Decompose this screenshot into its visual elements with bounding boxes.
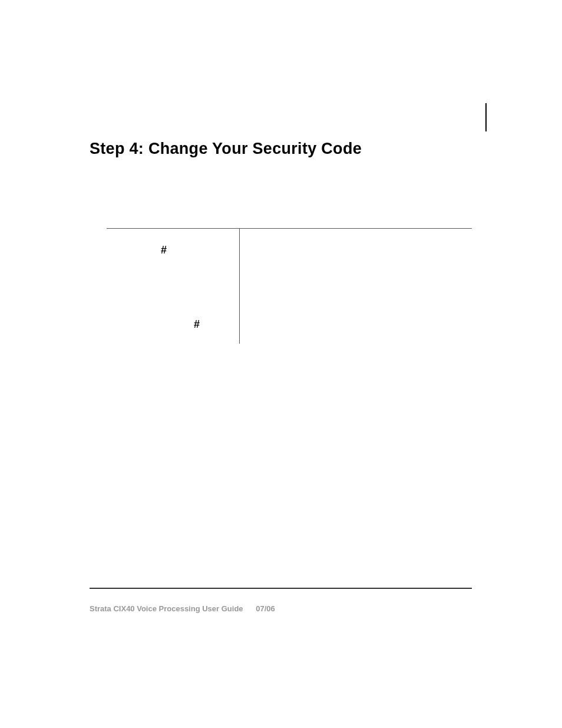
table-row: # # xyxy=(107,229,472,344)
footer-text: Strata CIX40 Voice Processing User Guide… xyxy=(90,604,275,613)
instruction-table: # # xyxy=(107,228,472,344)
hash-symbol-2: # xyxy=(194,318,200,331)
table-column-divider xyxy=(239,229,240,344)
footer-doc-title: Strata CIX40 Voice Processing User Guide xyxy=(90,604,243,613)
footer-rule xyxy=(90,588,472,589)
step-heading: Step 4: Change Your Security Code xyxy=(90,140,362,158)
crop-mark xyxy=(485,103,487,131)
hash-symbol-1: # xyxy=(161,244,167,256)
document-page: Step 4: Change Your Security Code # # St… xyxy=(0,0,562,728)
footer-date: 07/06 xyxy=(256,604,275,613)
